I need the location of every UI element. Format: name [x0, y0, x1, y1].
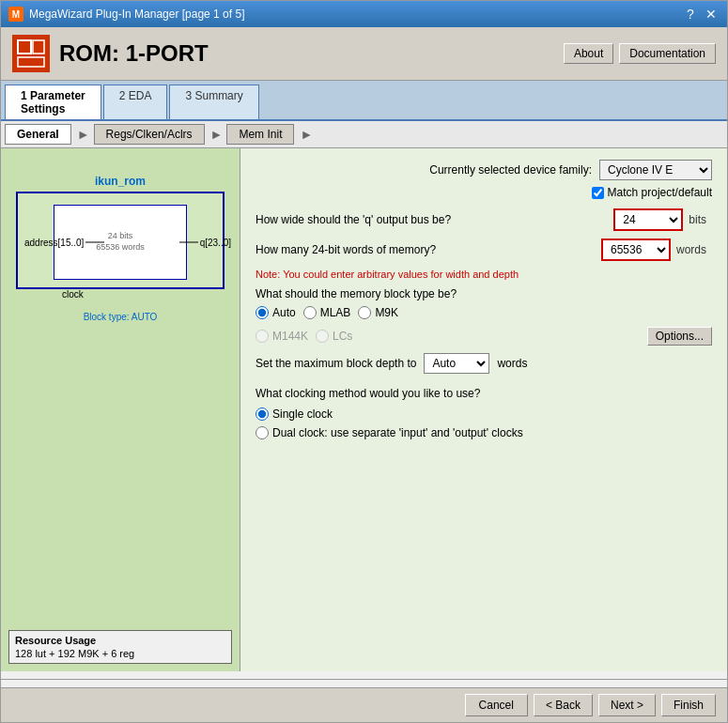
tabs-section: 1 ParameterSettings 2 EDA 3 Summary	[1, 81, 727, 121]
radio-m9k[interactable]: M9K	[358, 306, 398, 319]
sub-tab-general[interactable]: General	[5, 124, 71, 145]
radio-single-clock[interactable]: Single clock	[256, 408, 712, 421]
divider	[1, 679, 727, 680]
radio-mlab[interactable]: MLAB	[303, 306, 351, 319]
clock-question: What clocking method would you like to u…	[256, 387, 712, 400]
sub-tab-regs-label: Regs/Clken/Aclrs	[106, 128, 193, 141]
resource-usage-box: Resource Usage 128 lut + 192 M9K + 6 reg	[8, 630, 232, 664]
match-project-checkbox[interactable]	[592, 187, 604, 199]
bottom-bar: Cancel < Back Next > Finish	[1, 687, 727, 722]
resource-value: 128 lut + 192 M9K + 6 reg	[15, 648, 225, 659]
radio-lcs-input[interactable]	[316, 330, 329, 343]
main-content: ikun_rom address[15..0] q[23..0]	[1, 148, 727, 671]
arrow-icon-3: ►	[300, 127, 313, 142]
tab-2-label: EDA	[129, 89, 152, 102]
about-button[interactable]: About	[564, 43, 613, 64]
tab-parameter-settings[interactable]: 1 ParameterSettings	[5, 85, 101, 119]
device-family-row: Currently selected device family: Cyclon…	[256, 160, 712, 180]
radio-m144k-input[interactable]	[256, 330, 269, 343]
sub-tab-mem-init[interactable]: Mem Init	[226, 124, 294, 145]
radio-auto[interactable]: Auto	[256, 306, 296, 319]
radio-dual-clock-label: Dual clock: use separate 'input' and 'ou…	[272, 426, 523, 439]
block-type-radio-group-2: M144K LCs Options...	[256, 327, 712, 346]
block-type-radio-group: Auto MLAB M9K	[256, 306, 712, 319]
radio-mlab-label: MLAB	[320, 306, 351, 319]
words-row: How many 24-bit words of memory? 256 512…	[256, 238, 712, 261]
radio-single-clock-input[interactable]	[256, 408, 269, 421]
radio-lcs[interactable]: LCs	[316, 330, 352, 343]
app-icon: M	[8, 7, 23, 22]
title-bar: M MegaWizard Plug-In Manager [page 1 of …	[1, 1, 727, 27]
tab-2-number: 2	[119, 89, 129, 102]
radio-lcs-label: LCs	[333, 330, 352, 343]
q-bus-unit: bits	[683, 213, 712, 226]
arrow-icon-2: ►	[210, 127, 224, 142]
title-controls: ? ✕	[682, 6, 720, 23]
q-bus-row: How wide should the 'q' output bus be? 8…	[256, 208, 712, 231]
q-bus-select[interactable]: 8 16 24 32	[615, 210, 681, 229]
rom-title: ROM: 1-PORT	[12, 35, 209, 72]
radio-m9k-input[interactable]	[358, 306, 371, 319]
next-button[interactable]: Next >	[598, 694, 656, 716]
sub-tab-regs[interactable]: Regs/Clken/Aclrs	[94, 124, 205, 145]
radio-dual-clock[interactable]: Dual clock: use separate 'input' and 'ou…	[256, 426, 712, 439]
max-depth-unit: words	[497, 357, 527, 370]
port-clock-label: clock	[62, 289, 84, 300]
match-project-label: Match project/default	[608, 186, 712, 199]
tab-1-label: ParameterSettings	[21, 89, 85, 115]
note-text: Note: You could enter arbitrary values f…	[256, 269, 712, 280]
header-buttons: About Documentation	[564, 43, 716, 64]
radio-mlab-input[interactable]	[303, 306, 317, 319]
resource-title: Resource Usage	[15, 635, 225, 646]
radio-m9k-label: M9K	[375, 306, 398, 319]
sub-tab-mem-label: Mem Init	[239, 128, 282, 141]
tab-1-number: 1	[21, 89, 30, 102]
q-bus-label: How wide should the 'q' output bus be?	[256, 213, 613, 226]
title-bar-left: M MegaWizard Plug-In Manager [page 1 of …	[8, 7, 244, 22]
radio-auto-label: Auto	[272, 306, 296, 319]
tab-3-number: 3	[185, 89, 194, 102]
radio-auto-input[interactable]	[256, 306, 269, 319]
window-title: MegaWizard Plug-In Manager [page 1 of 5]	[29, 8, 244, 21]
cancel-button[interactable]: Cancel	[465, 694, 528, 716]
radio-m144k[interactable]: M144K	[256, 330, 308, 343]
finish-button[interactable]: Finish	[661, 694, 716, 716]
q-bus-value-box: 8 16 24 32	[613, 208, 683, 231]
documentation-button[interactable]: Documentation	[619, 43, 716, 64]
block-diagram-wrapper: ikun_rom address[15..0] q[23..0]	[16, 175, 225, 322]
port-address-label: address[15..0]	[24, 238, 104, 248]
help-button[interactable]: ?	[682, 6, 699, 23]
block-diagram-title: ikun_rom	[16, 175, 225, 188]
max-depth-label: Set the maximum block depth to	[256, 357, 416, 370]
clock-section: What clocking method would you like to u…	[256, 387, 712, 439]
tab-eda[interactable]: 2 EDA	[103, 85, 168, 119]
words-label: How many 24-bit words of memory?	[256, 243, 601, 256]
sub-tab-general-label: General	[17, 128, 59, 141]
tab-summary[interactable]: 3 Summary	[169, 85, 258, 119]
right-panel: Currently selected device family: Cyclon…	[240, 148, 727, 671]
device-family-label: Currently selected device family:	[429, 163, 592, 177]
rom-icon	[12, 35, 50, 72]
back-button[interactable]: < Back	[534, 694, 593, 716]
words-value-box: 256 512 1024 2048 4096 8192 16384 32768 …	[601, 238, 671, 261]
words-select[interactable]: 256 512 1024 2048 4096 8192 16384 32768 …	[603, 240, 669, 259]
max-depth-row: Set the maximum block depth to Auto 128 …	[256, 353, 712, 374]
sub-tabs: General ► Regs/Clken/Aclrs ► Mem Init ►	[1, 121, 727, 148]
main-window: M MegaWizard Plug-In Manager [page 1 of …	[0, 0, 728, 723]
block-diagram-inner: address[15..0] q[23..0] 24 bits	[54, 205, 187, 280]
block-type-question: What should the memory block type be?	[256, 287, 457, 300]
match-checkbox-row: Match project/default	[256, 186, 712, 199]
clock-radio-group: Single clock Dual clock: use separate 'i…	[256, 408, 712, 439]
radio-m144k-label: M144K	[272, 330, 308, 343]
block-type-label: Block type: AUTO	[16, 312, 225, 322]
tab-3-label: Summary	[194, 89, 242, 102]
block-diagram-outer: address[15..0] q[23..0] 24 bits	[16, 192, 225, 289]
close-button[interactable]: ✕	[703, 6, 720, 23]
port-q-label: q[23..0]	[179, 238, 231, 248]
radio-single-clock-label: Single clock	[272, 408, 333, 421]
words-unit: words	[671, 243, 712, 256]
max-depth-select[interactable]: Auto 128 256 512 1024	[424, 353, 489, 374]
radio-dual-clock-input[interactable]	[256, 426, 269, 439]
device-family-select[interactable]: Cyclone IV E Cyclone IV GX Cyclone V Arr…	[599, 160, 712, 180]
options-button[interactable]: Options...	[647, 327, 712, 346]
